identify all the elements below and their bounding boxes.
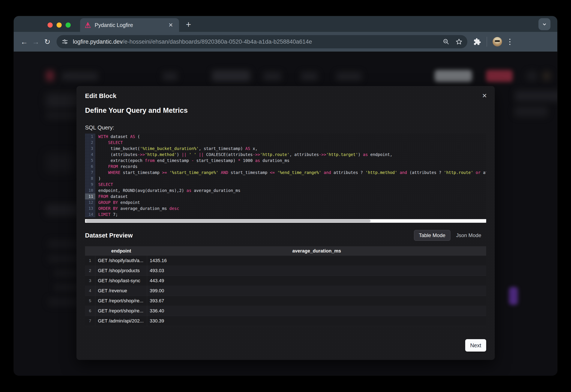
browser-toolbar: ← → ↻ logfire.pydantic.dev/e-hosseini/eh…	[14, 32, 557, 52]
avg-duration-cell: 493.03	[147, 268, 486, 273]
code-line: 6 FROM records	[85, 164, 486, 169]
endpoint-cell: GET /revenue	[95, 286, 147, 296]
site-settings-icon[interactable]	[61, 38, 69, 45]
modal-close-icon[interactable]: ✕	[481, 92, 488, 100]
row-number: 5	[85, 296, 95, 306]
maximize-window-button[interactable]	[66, 22, 71, 28]
table-row: 3GET /shop/last-sync443.49	[85, 276, 486, 286]
code-text: endpoint, ROUND(avg(duration_ms),2) as a…	[95, 187, 240, 194]
row-number: 4	[85, 286, 95, 296]
table-row: 6GET /report/shop/re...336.40	[85, 306, 486, 316]
code-line: 13ORDER BY average_duration_ms desc	[85, 205, 486, 211]
table-row: 7GET /admin/api/202...330.39	[85, 316, 486, 326]
url-text[interactable]: logfire.pydantic.dev/e-hosseini/ehsan/da…	[73, 39, 442, 45]
line-number: 6	[85, 164, 95, 169]
table-mode-button[interactable]: Table Mode	[414, 230, 450, 241]
row-number: 1	[85, 256, 95, 266]
code-text: )	[95, 175, 101, 182]
avg-duration-cell: 330.39	[147, 318, 486, 324]
endpoint-cell: GET /admin/api/202...	[95, 316, 147, 326]
forward-button[interactable]: →	[30, 38, 42, 46]
code-line: 7 WHERE start_timestamp >= '%start_time_…	[85, 169, 486, 175]
code-line: 3 time_bucket('%time_bucket_duration%', …	[85, 145, 486, 152]
code-line: 14LIMIT 7;	[85, 211, 486, 217]
endpoint-cell: GET /shop/products	[95, 266, 147, 276]
row-number: 6	[85, 306, 95, 316]
avg-duration-cell: 399.00	[147, 288, 486, 294]
scrollbar-thumb[interactable]	[86, 220, 370, 222]
code-text: GROUP BY endpoint	[95, 199, 140, 205]
line-number: 2	[85, 140, 95, 145]
line-number: 3	[85, 145, 95, 152]
screen: Pydantic Logfire ✕ + ← → ↻ logfire.pydan…	[0, 0, 571, 392]
code-text: LIMIT 7;	[95, 211, 118, 217]
line-number: 14	[85, 211, 95, 217]
endpoint-cell: GET /report/shop/re...	[95, 296, 147, 306]
code-line: 10endpoint, ROUND(avg(duration_ms),2) as…	[85, 187, 486, 194]
window-controls[interactable]	[47, 22, 71, 28]
line-number: 1	[85, 134, 95, 140]
url-path: /e-hosseini/ehsan/dashboards/8920360a-05…	[123, 39, 312, 45]
code-text: WHERE start_timestamp >= '%start_time_ra…	[95, 169, 486, 175]
minimize-window-button[interactable]	[57, 22, 62, 28]
avg-duration-cell: 443.49	[147, 278, 486, 283]
code-line: 12GROUP BY endpoint	[85, 199, 486, 205]
avg-duration-cell: 1435.16	[147, 258, 486, 263]
page-content: ✕ Edit Block Define Your Query and Metri…	[14, 52, 557, 376]
dataset-preview-title: Dataset Preview	[85, 232, 414, 239]
back-button[interactable]: ←	[18, 38, 30, 46]
code-text: SELECT	[95, 182, 113, 187]
preview-mode-toggle: Table Mode Json Mode	[414, 230, 486, 241]
close-window-button[interactable]	[47, 22, 53, 28]
code-text: WITH dataset AS (	[95, 134, 140, 140]
toolbar-right-cluster	[473, 37, 512, 47]
tab-title: Pydantic Logfire	[95, 22, 167, 28]
code-line: 9SELECT	[85, 182, 486, 187]
endpoint-column-header: endpoint	[95, 248, 147, 254]
profile-avatar[interactable]	[493, 37, 502, 46]
json-mode-button[interactable]: Json Mode	[451, 230, 486, 241]
line-number: 4	[85, 152, 95, 157]
bookmark-star-icon[interactable]	[455, 38, 463, 45]
code-text: FROM dataset	[95, 194, 128, 199]
code-horizontal-scrollbar[interactable]	[85, 219, 486, 223]
browser-tab[interactable]: Pydantic Logfire ✕	[80, 18, 179, 32]
table-row: 2GET /shop/products493.03	[85, 266, 486, 276]
modal-subtitle: Define Your Query and Metrics	[85, 106, 486, 115]
modal-title: Edit Block	[85, 86, 486, 100]
line-number: 11	[85, 194, 95, 199]
sql-query-label: SQL Query:	[85, 124, 486, 131]
next-button[interactable]: Next	[465, 339, 486, 351]
sql-editor[interactable]: 1WITH dataset AS (2 SELECT3 time_bucket(…	[85, 134, 486, 219]
browser-window: Pydantic Logfire ✕ + ← → ↻ logfire.pydan…	[14, 16, 557, 376]
code-text: (attributes->>'http.method') || ' ' || C…	[95, 152, 392, 157]
table-body: 1GET /shopify/auth/a...1435.162GET /shop…	[85, 256, 486, 326]
row-number: 3	[85, 276, 95, 286]
tab-strip: Pydantic Logfire ✕ +	[14, 16, 557, 32]
address-bar[interactable]: logfire.pydantic.dev/e-hosseini/ehsan/da…	[57, 35, 467, 48]
endpoint-cell: GET /shopify/auth/a...	[95, 256, 147, 266]
code-line: 1WITH dataset AS (	[85, 134, 486, 140]
table-row: 4GET /revenue399.00	[85, 286, 486, 296]
endpoint-cell: GET /shop/last-sync	[95, 276, 147, 286]
avg-duration-column-header: average_duration_ms	[147, 248, 486, 254]
code-line: 5 extract(epoch from end_timestamp - sta…	[85, 157, 486, 164]
tab-close-icon[interactable]: ✕	[167, 21, 175, 29]
reload-button[interactable]: ↻	[42, 37, 53, 46]
tab-search-button[interactable]	[539, 18, 550, 30]
browser-menu-icon[interactable]	[508, 38, 512, 46]
zoom-out-icon[interactable]	[442, 38, 450, 45]
line-number: 12	[85, 199, 95, 205]
row-number: 7	[85, 316, 95, 326]
line-number: 8	[85, 175, 95, 182]
dataset-preview-table: endpoint average_duration_ms 1GET /shopi…	[85, 246, 486, 326]
table-header-row: endpoint average_duration_ms	[85, 246, 486, 256]
extensions-puzzle-icon[interactable]	[473, 38, 481, 46]
table-row: 1GET /shopify/auth/a...1435.16	[85, 256, 486, 266]
row-number: 2	[85, 266, 95, 276]
new-tab-button[interactable]: +	[182, 19, 194, 31]
line-number: 10	[85, 187, 95, 194]
endpoint-cell: GET /report/shop/re...	[95, 306, 147, 316]
code-line: 4 (attributes->>'http.method') || ' ' ||…	[85, 152, 486, 157]
sql-editor-lines: 1WITH dataset AS (2 SELECT3 time_bucket(…	[85, 134, 486, 217]
